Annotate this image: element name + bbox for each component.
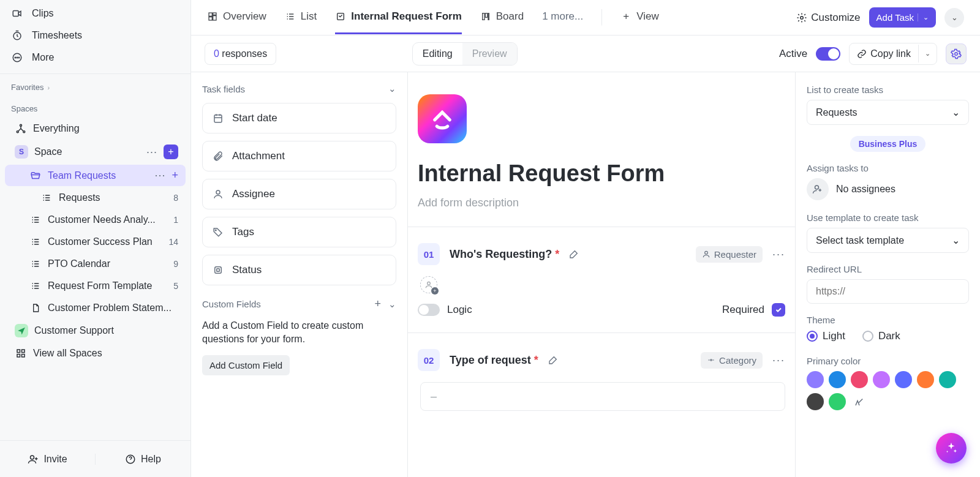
svg-point-13 [31,456,34,459]
question-card-1[interactable]: 01 Who's Requesting? * Requester ··· Log… [408,227,795,332]
chevron-down-icon[interactable]: ⌄ [918,13,929,21]
responses-label: responses [219,48,267,59]
field-attachment[interactable]: Attachment [202,141,396,171]
field-start-date[interactable]: Start date [202,103,396,133]
theme-dark-option[interactable]: Dark [862,330,900,342]
tab-list[interactable]: List [285,1,317,34]
color-swatch[interactable] [939,371,956,388]
sidebar-item-label: Customer Success Plan [48,236,153,247]
select-value: Select task template [816,235,904,246]
color-swatch[interactable] [851,371,868,388]
section-label: Favorites [11,83,43,92]
sidebar-item-team-requests[interactable]: Team Requests ··· + [5,165,186,186]
form-logo[interactable] [418,94,467,143]
sidebar-item-more[interactable]: More [0,47,190,69]
task-fields-header[interactable]: Task fields ⌄ [202,83,396,94]
workspace: Task fields ⌄ Start date Attachment Assi… [191,72,980,477]
question-title[interactable]: Type of request * [450,354,538,367]
tab-more[interactable]: 1 more... [542,1,583,34]
tab-form[interactable]: Internal Request Form [335,1,461,34]
copy-link-button[interactable]: Copy link ⌄ [849,43,937,65]
expand-button[interactable]: ⌄ [944,8,964,28]
theme-light-option[interactable]: Light [807,330,845,342]
color-swatch[interactable] [917,371,934,388]
plus-icon[interactable]: + [374,298,381,310]
sidebar-item-request-form-template[interactable]: Request Form Template 5 [5,276,186,296]
tab-overview[interactable]: Overview [207,1,266,34]
edit-icon[interactable] [569,249,579,259]
sidebar-item-label: Team Requests [48,170,116,181]
sidebar-item-everything[interactable]: Everything [5,118,186,139]
dropdown-placeholder[interactable]: – [420,382,785,411]
color-swatch[interactable] [807,393,824,410]
chevron-down-icon: ⌄ [951,13,958,22]
responses-chip[interactable]: 0 responses [205,43,276,65]
template-select[interactable]: Select task template ⌄ [807,228,969,253]
more-icon[interactable]: ··· [154,169,165,182]
question-field-tag[interactable]: Category [701,352,763,369]
eyedropper-icon[interactable] [851,393,868,410]
svg-point-26 [216,190,220,194]
svg-rect-25 [214,115,222,122]
list-label: List to create tasks [807,85,969,95]
assignee-row[interactable]: No assignees [807,178,969,200]
form-settings-button[interactable] [946,43,967,64]
favorites-section[interactable]: Favorites › [0,74,190,96]
add-button[interactable]: + [164,145,178,159]
question-number: 02 [418,349,440,371]
logic-toggle[interactable] [418,304,440,316]
chevron-down-icon[interactable]: ⌄ [918,45,937,62]
chevron-down-icon[interactable]: ⌄ [388,299,396,310]
redirect-input[interactable] [807,279,969,304]
editing-mode[interactable]: Editing [413,43,462,65]
sidebar-item-pto[interactable]: PTO Calendar 9 [5,254,186,274]
sidebar-item-customer-problem[interactable]: Customer Problem Statem... [5,298,186,318]
active-toggle[interactable] [816,47,840,61]
sidebar-item-label: Space [34,146,62,157]
customize-button[interactable]: Customize [796,12,860,24]
required-checkbox[interactable] [772,303,785,317]
tag-icon [213,227,224,238]
sidebar-item-requests[interactable]: Requests 8 [5,187,186,208]
tab-board[interactable]: Board [480,1,524,34]
question-card-2[interactable]: 02 Type of request * Category ··· – [408,332,795,437]
sidebar-item-view-all-spaces[interactable]: View all Spaces [5,343,186,364]
field-assignee[interactable]: Assignee [202,179,396,209]
assignee-placeholder[interactable] [420,276,437,293]
color-swatch[interactable] [807,371,824,388]
sidebar-item-customer-needs[interactable]: Customer Needs Analy... 1 [5,209,186,230]
color-swatch[interactable] [829,371,846,388]
sidebar-item-clips[interactable]: Clips [0,2,190,24]
color-swatch[interactable] [829,393,846,410]
field-status[interactable]: Status [202,255,396,285]
sidebar-item-customer-support[interactable]: Customer Support [5,320,186,342]
help-button[interactable]: Help [96,454,190,465]
sidebar-item-timesheets[interactable]: Timesheets [0,24,190,47]
form-description[interactable]: Add form description [418,197,785,209]
count-badge: 9 [173,259,178,269]
preview-mode[interactable]: Preview [462,43,517,65]
svg-point-33 [815,186,819,189]
invite-button[interactable]: Invite [0,454,96,465]
question-more-icon[interactable]: ··· [772,354,785,367]
ai-fab-button[interactable] [936,433,967,464]
plus-icon[interactable]: + [172,169,178,182]
add-task-button[interactable]: Add Task ⌄ [869,7,936,28]
timer-icon [11,29,23,42]
add-custom-field-button[interactable]: Add Custom Field [202,355,290,375]
sidebar-item-space[interactable]: S Space ··· + [5,140,186,163]
form-title[interactable]: Internal Request Form [418,160,785,187]
color-swatch[interactable] [873,371,890,388]
question-title[interactable]: Who's Requesting? * [450,248,559,261]
field-tags[interactable]: Tags [202,217,396,247]
color-swatch[interactable] [895,371,912,388]
field-label: Status [232,264,262,276]
question-field-tag[interactable]: Requester [696,246,763,263]
question-more-icon[interactable]: ··· [772,248,785,261]
add-view-button[interactable]: + View [620,1,659,34]
more-icon[interactable]: ··· [146,146,157,159]
edit-icon[interactable] [548,355,558,365]
option-label: Dark [878,330,900,342]
sidebar-item-customer-success[interactable]: Customer Success Plan 14 [5,231,186,252]
list-select[interactable]: Requests ⌄ [807,100,969,125]
